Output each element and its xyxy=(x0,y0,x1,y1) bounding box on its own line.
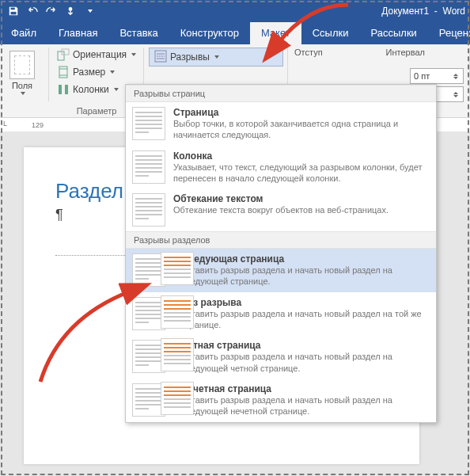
size-button[interactable]: Размер xyxy=(54,63,139,81)
breaks-menu: Разрывы страниц СтраницаВыбор точки, в к… xyxy=(125,84,437,423)
ribbon-tabs: ФайлГлавнаяВставкаКонструкторМакетСсылки… xyxy=(0,22,470,44)
orientation-button-icon xyxy=(57,48,70,61)
indent-label: Отступ xyxy=(294,48,323,57)
tab-главная[interactable]: Главная xyxy=(47,22,108,44)
margins-button[interactable]: Поля xyxy=(5,46,40,95)
svg-rect-0 xyxy=(11,8,15,10)
break-page-icon xyxy=(132,107,165,140)
menu-heading-section-breaks: Разрывы разделов xyxy=(126,231,436,249)
tab-ссылки[interactable]: Ссылки xyxy=(301,22,360,44)
break-column[interactable]: КолонкаУказывает, что текст, следующий з… xyxy=(126,146,436,189)
redo-icon[interactable] xyxy=(43,2,60,20)
break-evenpage-icon xyxy=(161,338,194,371)
breaks-button[interactable]: Разрывы xyxy=(149,48,283,67)
breaks-label: Разрывы xyxy=(170,51,210,63)
break-nextpage[interactable]: Следующая страницаВставить разрыв раздел… xyxy=(126,249,436,292)
touch-mode-icon[interactable] xyxy=(62,2,79,20)
customize-qat-icon[interactable] xyxy=(81,2,98,20)
svg-rect-1 xyxy=(11,12,17,15)
doc-title: Документ1 - Word xyxy=(381,0,465,22)
tab-рассылки[interactable]: Рассылки xyxy=(359,22,427,44)
size-button-icon xyxy=(57,66,70,78)
undo-icon[interactable] xyxy=(24,2,41,20)
orientation-button[interactable]: Ориентация xyxy=(54,46,139,63)
svg-rect-5 xyxy=(59,67,67,78)
svg-rect-7 xyxy=(65,85,68,94)
spacing-label: Интервал xyxy=(386,48,425,57)
tab-конструктор[interactable]: Конструктор xyxy=(169,22,250,44)
break-nextpage-icon xyxy=(161,252,194,285)
break-column-icon xyxy=(132,150,165,184)
break-oddpage[interactable]: Нечетная страницаВставить разрыв раздела… xyxy=(126,379,436,422)
columns-button-icon xyxy=(57,83,70,96)
tab-рецензирован[interactable]: Рецензирован xyxy=(428,22,470,44)
break-oddpage-icon xyxy=(161,382,194,415)
break-textwrap[interactable]: Обтекание текстомОбтекание текста вокруг… xyxy=(126,188,436,231)
break-continuous[interactable]: Без разрываВставить разрыв раздела и нач… xyxy=(126,292,436,336)
svg-rect-6 xyxy=(59,85,62,94)
menu-heading-page-breaks: Разрывы страниц xyxy=(126,85,436,102)
spacing-before-input[interactable]: 0 пт xyxy=(410,68,464,84)
svg-rect-3 xyxy=(58,51,64,60)
save-icon[interactable] xyxy=(5,2,22,20)
break-textwrap-icon xyxy=(132,193,165,227)
tab-файл[interactable]: Файл xyxy=(0,22,47,44)
tab-вставка[interactable]: Вставка xyxy=(108,22,169,44)
titlebar: Документ1 - Word xyxy=(0,0,470,22)
break-continuous-icon xyxy=(161,295,194,329)
tab-макет[interactable]: Макет xyxy=(250,22,301,44)
break-evenpage[interactable]: Четная страницаВставить разрыв раздела и… xyxy=(126,335,436,379)
tab-selector[interactable]: L xyxy=(3,120,13,128)
svg-point-2 xyxy=(69,8,72,11)
breaks-icon xyxy=(154,50,167,65)
break-page[interactable]: СтраницаВыбор точки, в которой заканчива… xyxy=(126,102,436,146)
